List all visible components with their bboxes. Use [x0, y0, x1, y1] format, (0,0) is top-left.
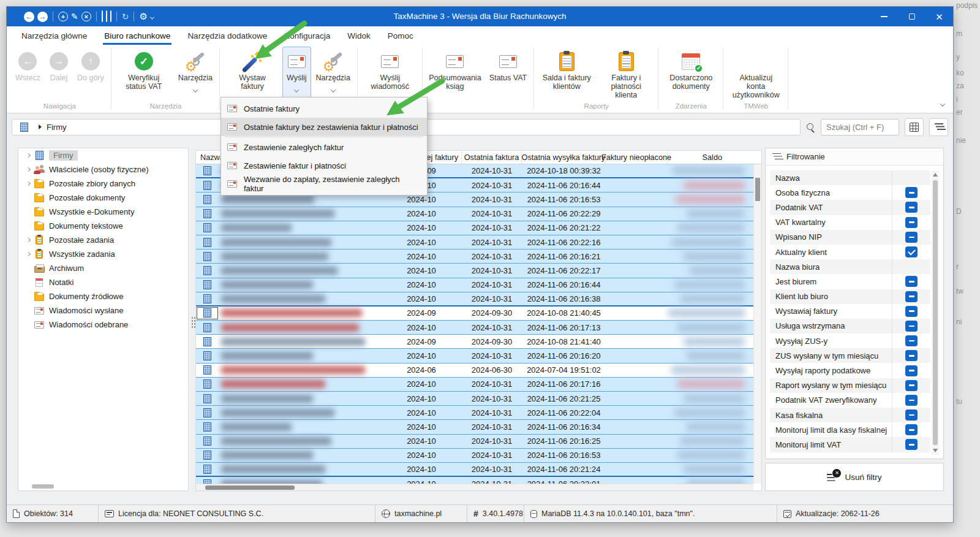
table-row[interactable]: 2024-102024-10-312024-11-06 20:22:01 [196, 477, 753, 484]
clear-filters-button[interactable]: Usuń filtry [765, 463, 944, 491]
table-vertical-scrollbar-thumb[interactable] [755, 178, 760, 201]
table-row[interactable]: 2024-102024-10-312024-11-06 20:22:29 [196, 207, 753, 221]
table-row[interactable]: 2024-102024-10-312024-11-06 20:17:13 [196, 321, 753, 335]
expand-chevron-icon[interactable] [24, 154, 33, 157]
tree-item-notatki[interactable]: Notatki [18, 275, 188, 289]
wystaw-faktury-ribbon-button[interactable]: Wystaw faktury [223, 47, 282, 101]
podsumowania-ksi-g-ribbon-button[interactable]: Podsumowania ksiąg [426, 47, 484, 101]
narz-dzia-ribbon-button[interactable]: ⚙Narzędzia [312, 47, 355, 101]
expand-chevron-icon[interactable] [24, 182, 33, 185]
salda-i-faktury-klient-w-ribbon-button[interactable]: Salda i faktury klientów [537, 47, 596, 101]
wy-lij-wiadomo-ribbon-button[interactable]: Wyślij wiadomość [361, 47, 420, 101]
table-row[interactable]: 2024-102024-10-312024-11-06 20:17:16 [196, 378, 753, 392]
table-row[interactable]: 2024-102024-10-312024-11-06 20:22:17 [196, 264, 753, 278]
tree-item-dokumenty-r-d-owe[interactable]: Dokumenty źródłowe [18, 289, 188, 303]
table-row[interactable]: 2024-062024-06-302024-07-04 19:51:02 [196, 364, 753, 378]
checkbox-indeterminate[interactable] [905, 217, 918, 228]
wstecz-ribbon-button[interactable]: ←Wstecz [11, 47, 45, 101]
table-row[interactable]: 2024-102024-10-312024-11-06 20:21:24 [196, 463, 753, 477]
checkbox-indeterminate[interactable] [905, 350, 918, 361]
tab-pomoc[interactable]: Pomoc [379, 26, 422, 45]
expand-chevron-icon[interactable] [24, 238, 33, 242]
maximize-button[interactable] [898, 7, 925, 26]
checkbox-indeterminate[interactable] [905, 395, 918, 406]
menu-item-zestawienie-zaleg-ych-faktur[interactable]: Zestawienie zaległych faktur [221, 138, 427, 156]
table-vertical-scrollbar[interactable] [753, 164, 761, 484]
dostarczono-dokumenty-ribbon-button[interactable]: ✓Dostarczono dokumenty [662, 47, 720, 101]
table-row[interactable]: 2024-102024-10-312024-11-06 20:16:34 [196, 420, 753, 434]
tab-konfiguracja[interactable]: Konfiguracja [276, 26, 339, 45]
table-row[interactable]: 2024-102024-10-312024-11-06 20:16:21 [196, 249, 753, 264]
column-header-saldo[interactable]: Saldo [668, 151, 761, 164]
weryfikuj-status-vat-ribbon-button[interactable]: ✓Weryfikuj status VAT [115, 47, 173, 101]
tree-item-w-a-ciciele-osoby-fizyczne[interactable]: Właściciele (osoby fizyczne) [18, 162, 188, 177]
tree-horizontal-scrollbar[interactable] [32, 484, 54, 489]
tree-item-pozosta-e-dokumenty[interactable]: Pozostałe dokumenty [18, 191, 188, 205]
filter-scrollbar[interactable] [932, 170, 939, 455]
close-button[interactable]: ✕ [925, 7, 953, 26]
checkbox-indeterminate[interactable] [905, 409, 918, 421]
menu-item-wezwanie-do-zap-aty-zestawienie-zaleg-yc[interactable]: Wezwanie do zapłaty, zestawienie zaległy… [221, 175, 427, 193]
table-horizontal-scrollbar[interactable] [196, 484, 753, 490]
column-header-ostatnia-wysy-ka-faktury[interactable]: Ostatnia wysyłka faktury [522, 151, 606, 164]
grid-view-button[interactable] [905, 118, 924, 136]
table-row[interactable]: 2024-092024-09-302024-10-08 21:41:40 [196, 335, 753, 349]
checkbox-indeterminate[interactable] [905, 306, 918, 317]
menu-item-zestawienie-faktur-i-p-atno-ci[interactable]: Zestawienie faktur i płatności [221, 156, 427, 175]
minimize-button[interactable] [870, 7, 898, 26]
tree-item-pozosta-e-zadania[interactable]: Pozostałe zadania [18, 233, 188, 247]
tab-narz-dzia-g-wne[interactable]: Narzędzia główne [13, 26, 96, 45]
tree-item-pozosta-e-zbiory-danych[interactable]: Pozostałe zbiory danych [18, 177, 188, 191]
tab-biuro-rachunkowe[interactable]: Biuro rachunkowe [96, 26, 179, 45]
checkbox-indeterminate[interactable] [905, 202, 918, 213]
tree-item-wiadomo-ci-wys-ane[interactable]: Wiadomości wysłane [18, 303, 188, 318]
checkbox-indeterminate[interactable] [905, 291, 918, 302]
do-g-ry-ribbon-button[interactable]: ↑Do góry [73, 47, 108, 101]
checkbox-checked[interactable] [905, 246, 918, 257]
expand-chevron-icon[interactable] [24, 253, 33, 256]
table-row[interactable]: 2024-102024-10-312024-11-06 20:16:38 [196, 292, 753, 307]
checkbox-indeterminate[interactable] [905, 424, 918, 435]
checkbox-indeterminate[interactable] [905, 439, 918, 450]
tree-item-dokumenty-tekstowe[interactable]: Dokumenty tekstowe [18, 219, 188, 233]
tree-item-wszystkie-e-dokumenty[interactable]: Wszystkie e-Dokumenty [18, 205, 188, 219]
tree-item-wszystkie-zadania[interactable]: Wszystkie zadania [18, 247, 188, 261]
tree-item-wiadomo-ci-odebrane[interactable]: Wiadomości odebrane [18, 318, 188, 332]
table-row[interactable]: 2024-102024-10-312024-11-06 20:21:25 [196, 392, 753, 406]
search-input[interactable] [821, 119, 899, 135]
checkbox-indeterminate[interactable] [905, 187, 918, 198]
table-horizontal-scrollbar-thumb[interactable] [205, 486, 295, 490]
wy-lij-ribbon-button[interactable]: Wyślij [282, 47, 311, 101]
aktualizuj-konta-u-ytkownik-w-ribbon-button[interactable]: Aktualizuj konta użytkowników [726, 47, 785, 101]
tree-item-archiwum[interactable]: Archiwum [18, 261, 188, 275]
scroll-up-icon[interactable] [933, 173, 938, 177]
table-row[interactable]: 2024-102024-10-312024-11-06 20:16:44 [196, 278, 753, 292]
column-header-ostatnia-faktura[interactable]: Ostatnia faktura [462, 151, 522, 164]
checkbox-indeterminate[interactable] [905, 365, 918, 376]
scroll-down-icon[interactable] [933, 449, 938, 452]
menu-item-ostatnie-faktury-bez-zestawienia-faktur-[interactable]: Ostatnie faktury bez zestawienia faktur … [221, 118, 427, 136]
expand-chevron-icon[interactable] [24, 168, 33, 171]
checkbox-indeterminate[interactable] [905, 321, 918, 332]
table-row[interactable]: 2024-102024-10-312024-11-06 20:22:04 [196, 406, 753, 420]
table-row[interactable]: 2024-102024-10-312024-11-06 20:21:22 [196, 221, 753, 235]
checkbox-indeterminate[interactable] [905, 380, 918, 391]
faktury-i-p-atno-ci-klienta-ribbon-button[interactable]: Faktury i płatności klienta [597, 47, 655, 101]
table-row[interactable]: 2024-092024-09-302024-10-08 21:40:45 [196, 307, 753, 321]
dalej-ribbon-button[interactable]: →Dalej [45, 47, 72, 101]
table-row[interactable]: 2024-102024-10-312024-11-06 20:16:20 [196, 349, 753, 363]
tab-narz-dzia-dodatkowe[interactable]: Narzędzia dodatkowe [179, 26, 276, 45]
table-row[interactable]: 2024-102024-10-312024-11-06 20:22:16 [196, 235, 753, 249]
menu-item-ostatnie-faktury[interactable]: Ostatnie faktury [221, 99, 427, 118]
tab-widok[interactable]: Widok [339, 26, 379, 45]
tree-item-firmy[interactable]: Firmy [18, 148, 188, 162]
filter-scrollbar-thumb[interactable] [933, 180, 938, 445]
checkbox-indeterminate[interactable] [905, 276, 918, 287]
column-header-faktury-nieop-acone[interactable]: Faktury nieopłacone [606, 151, 668, 164]
status-vat-ribbon-button[interactable]: Status VAT [485, 47, 531, 101]
checkbox-indeterminate[interactable] [905, 232, 918, 243]
filter-view-button[interactable] [929, 118, 948, 136]
table-row[interactable]: 2024-102024-10-312024-11-06 20:16:25 [196, 435, 753, 449]
checkbox-indeterminate[interactable] [905, 335, 918, 346]
ribbon-collapse-chevron-icon[interactable] [940, 101, 945, 106]
